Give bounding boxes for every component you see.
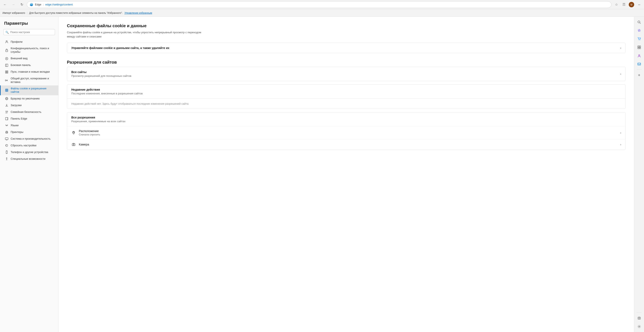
svg-point-39 — [6, 158, 7, 158]
content-area: Сохраненные файлы cookie и данные Сохран… — [58, 17, 634, 332]
all-permissions-title: Все разрешения — [71, 116, 126, 119]
browser-chrome: ← → ↻ Edge | edge://settings/content ☆ ☶… — [0, 0, 644, 17]
right-sidebar: + — [634, 17, 644, 332]
sidebar-item-start[interactable]: Пуск, главная и новые вкладки — [0, 69, 58, 75]
search-input[interactable] — [3, 29, 55, 35]
more-menu-button[interactable]: ··· — [636, 1, 642, 8]
svg-rect-52 — [638, 63, 641, 65]
rs-copilot-button[interactable] — [636, 27, 643, 34]
fav-sep: | — [27, 12, 28, 15]
cookies-icon — [5, 88, 8, 92]
svg-point-22 — [6, 111, 6, 112]
rs-shopping-button[interactable] — [636, 35, 643, 43]
svg-rect-41 — [72, 144, 75, 146]
family-icon — [5, 110, 8, 114]
default-browser-icon — [5, 97, 8, 100]
tab-bar: ← → ↻ Edge | edge://settings/content ☆ ☶… — [0, 0, 644, 9]
rs-search-button[interactable] — [636, 19, 643, 26]
collections-button[interactable]: ☶ — [620, 1, 627, 8]
permissions-section: Разрешения для сайтов Все сайты Просмотр… — [67, 60, 626, 150]
address-separator: | — [43, 3, 44, 6]
recent-activity-title: Недавние действия — [71, 88, 143, 91]
svg-rect-53 — [638, 317, 640, 319]
sidebar-item-printers[interactable]: Принтеры — [0, 129, 58, 135]
all-sites-title: Все сайты — [71, 70, 131, 74]
manage-favorites-link[interactable]: Управление избранным — [124, 12, 152, 15]
svg-rect-13 — [6, 89, 8, 91]
forward-button[interactable]: → — [10, 1, 17, 8]
privacy-icon — [5, 48, 8, 52]
sidebar-item-sharing[interactable]: Общий доступ, копирование и вставка — [0, 75, 58, 85]
back-button[interactable]: ← — [2, 1, 8, 8]
sidebar-item-system[interactable]: Система и производительность — [0, 135, 58, 142]
svg-point-2 — [6, 41, 7, 42]
permissions-section-title: Разрешения для сайтов — [67, 60, 626, 65]
svg-point-54 — [638, 318, 640, 319]
sidebar-item-reset[interactable]: Сбросить настройки — [0, 142, 58, 149]
rs-tools-button[interactable] — [636, 44, 643, 51]
svg-line-44 — [640, 23, 641, 24]
svg-rect-31 — [6, 132, 7, 133]
svg-rect-33 — [5, 138, 8, 140]
sidebar-item-edge-panel[interactable]: Панель Edge — [0, 115, 58, 122]
rs-outlook-button[interactable] — [636, 60, 643, 68]
sidebar-item-label-system: Система и производительность — [11, 137, 50, 141]
sidebar-item-appearance[interactable]: Внешний вид — [0, 55, 58, 62]
system-icon — [5, 137, 8, 141]
favorites-button[interactable]: ☆ — [613, 1, 620, 8]
sidebar-item-label-cookies: Файлы cookie и разрешения сайтов — [11, 87, 54, 94]
svg-point-46 — [640, 40, 640, 40]
rs-add-button[interactable]: + — [636, 71, 643, 79]
refresh-button[interactable]: ↻ — [18, 1, 25, 8]
phone-icon — [5, 150, 8, 154]
favorites-bar: Импорт избранного | Для быстрого доступа… — [0, 9, 644, 17]
svg-rect-26 — [7, 118, 8, 120]
address-bar[interactable]: Edge | edge://settings/content — [27, 1, 612, 8]
rs-accounts-button[interactable] — [636, 52, 643, 59]
manage-cookies-chevron: › — [620, 46, 621, 50]
sidebar-item-phone[interactable]: Телефон и другие устройства — [0, 149, 58, 155]
camera-permission-item[interactable]: Камера › — [67, 139, 626, 150]
svg-point-23 — [7, 111, 8, 112]
sidebar-panel-icon — [5, 63, 8, 67]
sidebar-item-default-browser[interactable]: Браузер по умолчанию — [0, 95, 58, 102]
svg-point-45 — [638, 40, 639, 40]
sidebar-item-sidebar-panel[interactable]: Боковая панель — [0, 62, 58, 69]
sidebar-item-label-sidebar: Боковая панель — [11, 63, 31, 67]
svg-rect-50 — [640, 48, 641, 49]
cookies-section-title: Сохраненные файлы cookie и данные — [67, 24, 626, 28]
svg-point-32 — [7, 132, 8, 132]
svg-rect-48 — [640, 46, 641, 47]
edge-panel-icon — [5, 117, 8, 121]
sidebar-item-label-reset: Сбросить настройки — [11, 144, 36, 147]
sidebar-item-profiles[interactable]: Профили — [0, 39, 58, 45]
profile-avatar[interactable]: U — [628, 1, 635, 8]
sidebar-item-accessibility[interactable]: Специальные возможности — [0, 155, 58, 162]
sidebar-item-label-downloads: Загрузки — [11, 104, 22, 107]
sidebar-item-languages[interactable]: Языки — [0, 122, 58, 129]
address-path: edge://settings/content — [45, 3, 73, 6]
rs-settings-button[interactable] — [636, 323, 643, 330]
sidebar-item-label-family: Семейная безопасность — [11, 110, 42, 114]
recent-activity-card: Недавние действия Последние изменения, в… — [67, 84, 626, 109]
sidebar-item-label-phone: Телефон и другие устройства — [11, 150, 48, 154]
sidebar-title: Параметры — [0, 21, 58, 29]
location-permission-item[interactable]: Расположение Сначала спросить › — [67, 126, 626, 139]
manage-cookies-item[interactable]: Управляйте файлами cookie и данными сайт… — [67, 43, 626, 53]
sidebar-item-privacy[interactable]: Конфиденциальность, поиск и службы — [0, 45, 58, 55]
rs-add-icon: + — [638, 73, 640, 78]
sidebar-item-label-languages: Языки — [11, 124, 18, 127]
sidebar-item-label-printers: Принтеры — [11, 130, 24, 134]
edge-logo-icon — [30, 3, 33, 7]
manage-cookies-title: Управляйте файлами cookie и данными сайт… — [71, 46, 169, 50]
svg-point-43 — [638, 21, 640, 23]
all-sites-item[interactable]: Все сайты Просмотр разрешений для посеще… — [67, 67, 626, 81]
favorites-prompt-text: Для быстрого доступа поместите избранные… — [29, 12, 123, 15]
camera-chevron: › — [620, 143, 621, 146]
rs-screenshot-button[interactable] — [636, 314, 643, 322]
sidebar-item-family[interactable]: Семейная безопасность — [0, 109, 58, 115]
sidebar-item-downloads[interactable]: Загрузки — [0, 102, 58, 109]
svg-point-42 — [73, 144, 74, 145]
sidebar-item-label-privacy: Конфиденциальность, поиск и службы — [11, 47, 54, 54]
sidebar-item-cookies[interactable]: Файлы cookie и разрешения сайтов — [0, 85, 58, 95]
